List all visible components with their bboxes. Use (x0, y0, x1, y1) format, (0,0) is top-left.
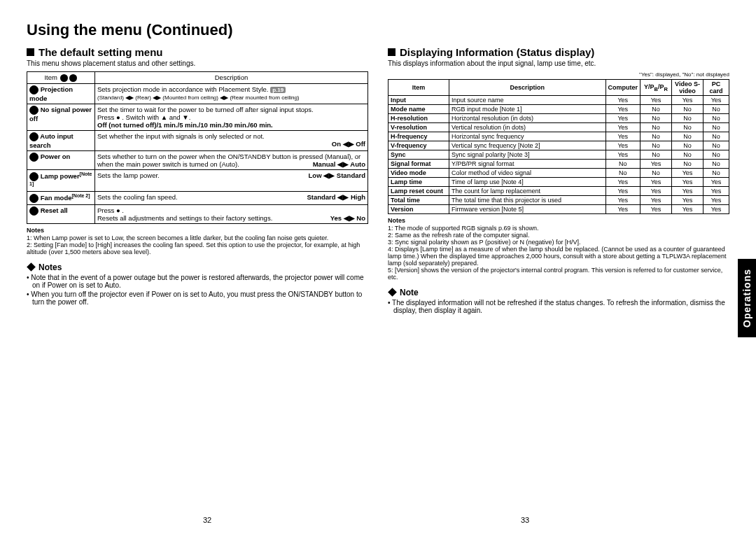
table-row: Lamp reset countThe count for lamp repla… (388, 187, 729, 196)
table-row: Total timeThe total time that this proje… (388, 196, 729, 205)
table-row: Video modeColor method of video signalNo… (388, 169, 729, 178)
bullet: • When you turn off the projector even i… (32, 290, 368, 306)
bullet: • Note that in the event of a power outa… (32, 274, 368, 289)
left-column: The default setting menu This menu shows… (27, 46, 368, 316)
table-row: Signal formatY/PB/PR signal formatNoYesN… (388, 160, 729, 169)
notes-list: 1: When Lamp power is set to Low, the sc… (27, 234, 368, 255)
table-row: SyncSync signal polarity [Note 3]YesNoNo… (388, 150, 729, 160)
table-row: Projection modeSets projection mode in a… (27, 83, 368, 104)
table-row: V-resolutionVertical resolution (in dots… (388, 123, 729, 132)
settings-table: Item Description Projection modeSets pro… (27, 71, 368, 224)
table-row: Auto input searchSet whether the input w… (27, 130, 368, 150)
rnotes-list: 1: The mode of supported RGB signals p.6… (388, 225, 729, 281)
rnote-heading: Note (388, 288, 729, 297)
notes2-heading: Notes (27, 262, 368, 272)
status-table: Item Description Computer Y/PB/PR Video … (388, 79, 729, 214)
table-row: No signal power offSet the timer to wait… (27, 104, 368, 130)
page-title: Using the menu (Continued) (27, 21, 729, 39)
table-row: H-resolutionHorizontal resolution (in do… (388, 114, 729, 123)
page-number-right: 33 (521, 516, 529, 524)
table-row: Power onSets whether to turn on the powe… (27, 150, 368, 169)
left-heading: The default setting menu (27, 46, 368, 58)
notes-heading: Notes (27, 227, 368, 234)
page: Using the menu (Continued) The default s… (0, 0, 756, 534)
legend: "Yes": displayed, "No": not displayed (388, 71, 729, 78)
rnotes-heading: Notes (388, 217, 729, 224)
table-row: Lamp timeTime of lamp use [Note 4]YesYes… (388, 178, 729, 187)
right-column: Displaying Information (Status display) … (388, 46, 729, 316)
right-sub: This displays information about the inpu… (388, 59, 729, 67)
left-sub: This menu shows placement status and oth… (27, 59, 368, 67)
table-row: Fan mode[Note 2]Sets the cooling fan spe… (27, 192, 368, 205)
page-number-left: 32 (203, 516, 211, 524)
right-heading: Displaying Information (Status display) (388, 46, 729, 58)
table-row: Reset allPress ● .Resets all adjustments… (27, 205, 368, 224)
table-row: Mode nameRGB input mode [Note 1]YesNoNoN… (388, 105, 729, 114)
bullet: • The displayed information will not be … (393, 299, 729, 314)
table-row: H-frequencyHorizontal sync frequencyYesN… (388, 132, 729, 141)
table-row: Lamp power[Note 1]Sets the lamp power.Lo… (27, 169, 368, 191)
table-row: V-frequencyVertical sync frequency [Note… (388, 141, 729, 150)
table-row: VersionFirmware version [Note 5]YesYesYe… (388, 205, 729, 214)
side-tab: Operations (738, 259, 756, 337)
table-row: InputInput source nameYesYesYesYes (388, 96, 729, 105)
